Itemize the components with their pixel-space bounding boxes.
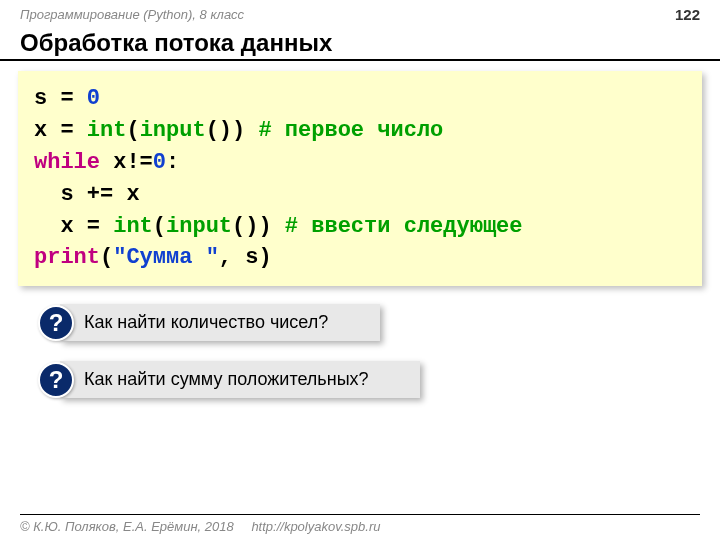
question-text-2: Как найти сумму положительных? <box>60 361 420 398</box>
question-row-1: ? Как найти количество чисел? <box>38 304 702 341</box>
footer-url: http://kpolyakov.spb.ru <box>251 519 380 534</box>
slide-title: Обработка потока данных <box>0 25 720 59</box>
header: Программирование (Python), 8 класс 122 <box>0 0 720 25</box>
question-text-1: Как найти количество чисел? <box>60 304 380 341</box>
code-line-4: s += x <box>34 179 686 211</box>
code-line-3: while x!=0: <box>34 147 686 179</box>
code-line-6: print("Сумма ", s) <box>34 242 686 274</box>
footer-text: © К.Ю. Поляков, Е.А. Ерёмин, 2018 http:/… <box>20 519 700 534</box>
footer-copyright: © К.Ю. Поляков, Е.А. Ерёмин, 2018 <box>20 519 234 534</box>
page-number: 122 <box>675 6 700 23</box>
question-badge-icon: ? <box>38 362 74 398</box>
code-line-1: s = 0 <box>34 83 686 115</box>
footer-divider <box>20 514 700 516</box>
course-label: Программирование (Python), 8 класс <box>20 7 244 22</box>
title-underline <box>0 59 720 61</box>
footer: © К.Ю. Поляков, Е.А. Ерёмин, 2018 http:/… <box>20 514 700 535</box>
code-block: s = 0 x = int(input()) # первое число wh… <box>18 71 702 286</box>
question-badge-icon: ? <box>38 305 74 341</box>
code-line-5: x = int(input()) # ввести следующее <box>34 211 686 243</box>
question-row-2: ? Как найти сумму положительных? <box>38 361 702 398</box>
code-line-2: x = int(input()) # первое число <box>34 115 686 147</box>
